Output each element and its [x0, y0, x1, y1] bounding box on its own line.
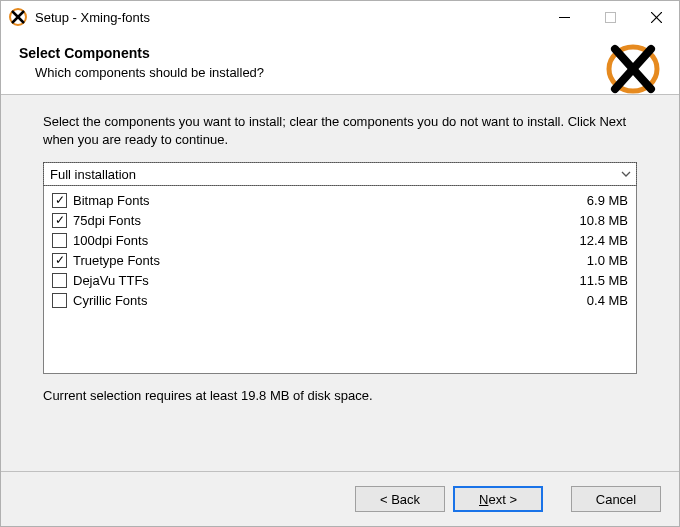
component-label: 75dpi Fonts [73, 213, 580, 228]
chevron-down-icon [616, 163, 636, 185]
dropdown-selected: Full installation [50, 167, 616, 182]
window-controls [541, 2, 679, 32]
component-label: Cyrillic Fonts [73, 293, 587, 308]
component-item[interactable]: Truetype Fonts1.0 MB [52, 250, 628, 270]
components-list[interactable]: Bitmap Fonts6.9 MB75dpi Fonts10.8 MB100d… [43, 186, 637, 374]
back-button[interactable]: < Back [355, 486, 445, 512]
install-type-dropdown[interactable]: Full installation [43, 162, 637, 186]
component-size: 12.4 MB [580, 233, 628, 248]
setup-window: Setup - Xming-fonts Select Components Wh… [0, 0, 680, 527]
titlebar: Setup - Xming-fonts [1, 1, 679, 33]
app-icon [9, 8, 27, 26]
next-button[interactable]: Next > [453, 486, 543, 512]
checkbox[interactable] [52, 293, 67, 308]
wizard-content: Select the components you want to instal… [1, 95, 679, 471]
component-item[interactable]: 100dpi Fonts12.4 MB [52, 230, 628, 250]
cancel-button[interactable]: Cancel [571, 486, 661, 512]
component-item[interactable]: Bitmap Fonts6.9 MB [52, 190, 628, 210]
component-size: 1.0 MB [587, 253, 628, 268]
description-text: Select the components you want to instal… [43, 113, 637, 148]
window-title: Setup - Xming-fonts [35, 10, 541, 25]
component-label: Truetype Fonts [73, 253, 587, 268]
svg-rect-4 [605, 12, 615, 22]
wizard-header: Select Components Which components shoul… [1, 33, 679, 95]
xming-logo [605, 41, 661, 97]
component-item[interactable]: Cyrillic Fonts0.4 MB [52, 290, 628, 310]
checkbox[interactable] [52, 273, 67, 288]
page-subheading: Which components should be installed? [35, 65, 661, 80]
maximize-button [587, 2, 633, 32]
component-item[interactable]: 75dpi Fonts10.8 MB [52, 210, 628, 230]
checkbox[interactable] [52, 233, 67, 248]
component-label: Bitmap Fonts [73, 193, 587, 208]
space-required-text: Current selection requires at least 19.8… [43, 388, 637, 403]
checkbox[interactable] [52, 213, 67, 228]
component-label: DejaVu TTFs [73, 273, 580, 288]
component-label: 100dpi Fonts [73, 233, 580, 248]
close-button[interactable] [633, 2, 679, 32]
wizard-footer: < Back Next > Cancel [1, 471, 679, 526]
component-item[interactable]: DejaVu TTFs11.5 MB [52, 270, 628, 290]
component-size: 10.8 MB [580, 213, 628, 228]
checkbox[interactable] [52, 193, 67, 208]
component-size: 0.4 MB [587, 293, 628, 308]
component-size: 11.5 MB [580, 273, 628, 288]
component-size: 6.9 MB [587, 193, 628, 208]
page-heading: Select Components [19, 45, 661, 61]
checkbox[interactable] [52, 253, 67, 268]
minimize-button[interactable] [541, 2, 587, 32]
